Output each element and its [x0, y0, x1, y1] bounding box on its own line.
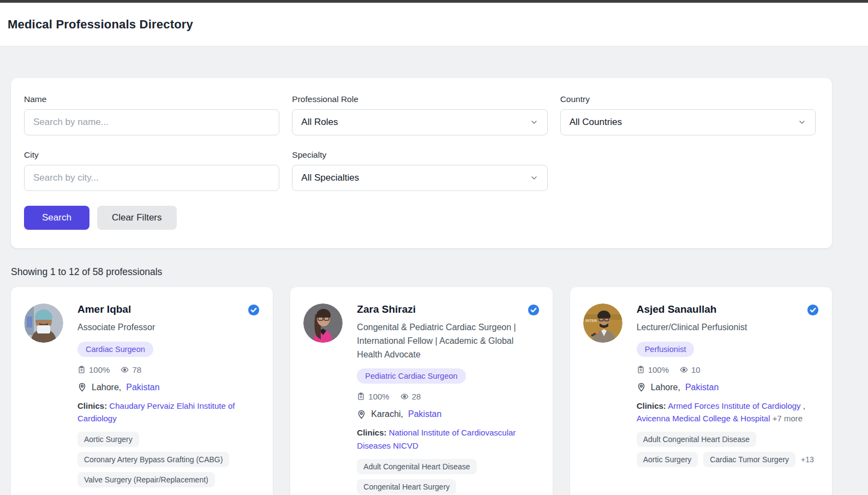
- completion-stat: 100%: [77, 365, 110, 374]
- name-search-input[interactable]: [24, 109, 279, 135]
- city-field-group: City: [24, 150, 279, 191]
- specialty-tag: Adult Congenital Heart Disease: [357, 459, 476, 474]
- city-text: Lahore,: [651, 383, 680, 392]
- chevron-down-icon: [798, 118, 806, 127]
- map-pin-icon: [637, 383, 646, 392]
- clinics-more-text: +7 more: [773, 414, 803, 423]
- clipboard-icon: [77, 366, 86, 374]
- location-row: Lahore, Pakistan: [637, 383, 819, 392]
- professional-title: Lecturer/Clinical Perfusionist: [637, 321, 819, 335]
- role-badge: Cardiac Surgeon: [77, 342, 153, 357]
- chevron-down-icon: [530, 118, 538, 127]
- role-badge: Pediatric Cardiac Surgeon: [357, 368, 465, 384]
- views-stat: 10: [680, 365, 701, 374]
- clinics-label: Clinics:: [77, 401, 107, 410]
- specialty-tag: Aortic Surgery: [637, 452, 698, 467]
- verified-badge-icon: [528, 304, 540, 316]
- clipboard-icon: [637, 366, 645, 374]
- specialty-tags: Adult Congenital Heart DiseaseAortic Sur…: [637, 432, 819, 467]
- professional-name[interactable]: Amer Iqbal: [77, 303, 131, 315]
- eye-icon: [121, 366, 129, 374]
- clinics-label: Clinics:: [637, 401, 666, 410]
- views-stat: 78: [121, 365, 141, 374]
- verified-badge-icon: [248, 304, 260, 316]
- country-select[interactable]: All Countries: [560, 109, 816, 135]
- country-link[interactable]: Pakistan: [685, 383, 719, 392]
- clinics-label: Clinics:: [357, 428, 386, 437]
- specialty-tag: Adult Congenital Heart Disease: [637, 432, 756, 447]
- clinics-row: Clinics: Chaudary Pervaiz Elahi Institut…: [77, 399, 260, 425]
- role-badge: Perfusionist: [637, 342, 695, 357]
- clinic-link[interactable]: Avicenna Medical College & Hospital: [637, 414, 770, 423]
- role-select[interactable]: All Roles: [292, 109, 547, 135]
- specialty-tag: Coronary Artery Bypass Grafting (CABG): [77, 452, 229, 467]
- professional-title: Associate Professor: [77, 321, 260, 335]
- city-label: City: [24, 150, 279, 160]
- city-text: Lahore,: [92, 383, 121, 392]
- country-link[interactable]: Pakistan: [126, 383, 159, 392]
- role-field-group: Professional Role All Roles: [292, 94, 547, 135]
- eye-icon: [680, 366, 688, 374]
- location-row: Karachi, Pakistan: [357, 409, 539, 419]
- clinics-row: Clinics: Armed Forces Institute of Cardi…: [637, 399, 819, 425]
- avatar: [303, 303, 343, 343]
- specialty-tags: Aortic SurgeryCoronary Artery Bypass Gra…: [77, 432, 260, 487]
- name-field-group: Name: [24, 94, 279, 135]
- city-search-input[interactable]: [24, 165, 279, 191]
- country-label: Country: [560, 94, 816, 104]
- results-summary: Showing 1 to 12 of 58 professionals: [11, 266, 832, 278]
- svg-text:INTER: INTER: [585, 319, 597, 323]
- professional-name[interactable]: Zara Shirazi: [357, 303, 416, 315]
- search-button[interactable]: Search: [24, 206, 89, 230]
- professional-title: Congenital & Pediatric Cardiac Surgeon |…: [357, 321, 539, 361]
- specialty-select-value: All Specialties: [301, 172, 359, 183]
- name-label: Name: [24, 94, 279, 104]
- role-select-value: All Roles: [301, 117, 338, 128]
- completion-stat: 100%: [637, 365, 669, 374]
- views-value: 78: [132, 365, 141, 374]
- filter-panel: Name Professional Role All Roles Country…: [11, 78, 832, 248]
- specialty-field-group: Specialty All Specialties: [292, 150, 547, 191]
- city-text: Karachi,: [371, 409, 403, 419]
- views-value: 28: [412, 392, 421, 401]
- specialties-more-text: +13: [801, 455, 814, 464]
- specialty-select[interactable]: All Specialties: [292, 165, 547, 191]
- views-value: 10: [691, 365, 701, 374]
- stats-row: 100% 10: [637, 365, 819, 374]
- professionals-grid: Amer Iqbal Associate Professor Cardiac S…: [11, 287, 832, 495]
- role-label: Professional Role: [292, 94, 547, 104]
- country-field-group: Country All Countries: [560, 94, 816, 135]
- specialty-tag: Valve Surgery (Repair/Replacement): [77, 472, 215, 487]
- page-header: Medical Professionals Directory: [0, 3, 868, 46]
- map-pin-icon: [357, 410, 366, 419]
- location-row: Lahore, Pakistan: [77, 383, 260, 392]
- page-title: Medical Professionals Directory: [8, 17, 193, 32]
- completion-value: 100%: [368, 392, 389, 401]
- map-pin-icon: [77, 383, 87, 392]
- professional-card[interactable]: Amer Iqbal Associate Professor Cardiac S…: [11, 287, 273, 495]
- avatar: INTER: [583, 303, 622, 343]
- clipboard-icon: [357, 392, 365, 401]
- specialty-tag: Cardiac Tumor Surgery: [703, 452, 795, 467]
- completion-value: 100%: [648, 365, 669, 374]
- clinics-row: Clinics: National Institute of Cardiovas…: [357, 426, 539, 452]
- completion-value: 100%: [89, 365, 110, 374]
- clinic-link[interactable]: Armed Forces Institute of Cardiology: [668, 401, 800, 410]
- specialty-tag: Aortic Surgery: [77, 432, 139, 447]
- professional-name[interactable]: Asjed Sanaullah: [637, 303, 717, 315]
- country-select-value: All Countries: [570, 117, 622, 128]
- country-link[interactable]: Pakistan: [408, 409, 441, 419]
- professional-card[interactable]: INTER: [570, 287, 832, 495]
- specialty-tags: Adult Congenital Heart DiseaseCongenital…: [357, 459, 539, 494]
- specialty-label: Specialty: [292, 150, 547, 160]
- verified-badge-icon: [807, 304, 819, 316]
- views-stat: 28: [400, 392, 421, 401]
- eye-icon: [400, 392, 409, 401]
- avatar: [24, 303, 63, 343]
- specialty-tag: Congenital Heart Surgery: [357, 479, 456, 494]
- professional-card[interactable]: Zara Shirazi Congenital & Pediatric Card…: [290, 287, 552, 495]
- clear-filters-button[interactable]: Clear Filters: [97, 206, 177, 230]
- chevron-down-icon: [530, 174, 538, 182]
- completion-stat: 100%: [357, 392, 389, 401]
- stats-row: 100% 78: [77, 365, 260, 374]
